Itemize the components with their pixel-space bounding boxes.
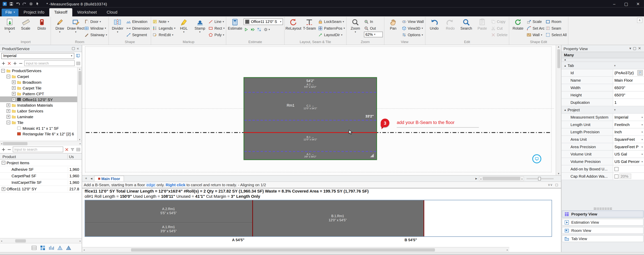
add-product-icon[interactable]: [1, 61, 6, 65]
menu-tab-cloud[interactable]: Cloud: [102, 8, 122, 16]
item-search-input[interactable]: [13, 147, 63, 152]
save-icon[interactable]: [9, 1, 14, 6]
detail-button[interactable]: [638, 70, 643, 75]
redo-button[interactable]: Redo: [443, 17, 458, 30]
menu-tab-takeoff[interactable]: Takeoff: [49, 8, 72, 16]
id-value[interactable]: {PeAo37jz}: [613, 69, 644, 76]
clear-search-icon[interactable]: [64, 147, 69, 152]
expand-node-icon[interactable]: +: [6, 115, 10, 118]
disto-button[interactable]: Disto: [34, 17, 49, 30]
window-button[interactable]: Window▾: [84, 25, 107, 31]
dropdown-caret-icon[interactable]: ▾: [642, 145, 643, 148]
add-on-by-boxed-u-value[interactable]: [613, 165, 644, 172]
menu-tab-project-info[interactable]: Project Info: [19, 8, 49, 16]
scale-button[interactable]: Scale: [526, 18, 544, 25]
view3d-button[interactable]: View3D▾: [402, 25, 424, 31]
group-collapse-icon[interactable]: ▲: [561, 108, 568, 111]
panel-splitter-handle[interactable]: [561, 207, 644, 211]
add-on-by-boxed-u-checkbox[interactable]: [614, 167, 618, 171]
expand-node-icon[interactable]: +: [6, 109, 10, 113]
undo-quick-icon[interactable]: [16, 1, 20, 6]
stairway-button[interactable]: Stairway▾: [84, 32, 107, 38]
dropdown-caret-icon[interactable]: ▾: [642, 160, 643, 163]
collapse-node-icon[interactable]: −: [1, 69, 5, 72]
canvas-hscrollbar[interactable]: ◂▸: [479, 176, 524, 181]
area-precision-value[interactable]: SquareFeet P▾: [613, 143, 644, 150]
roll-piece-a1[interactable]: A.1.Rm1 3'9" x 54'5": [85, 223, 252, 236]
volume-unit-value[interactable]: US Gal▾: [613, 151, 644, 158]
file-menu-button[interactable]: File ▾: [2, 8, 19, 16]
view-tab-room-view[interactable]: Room View: [562, 227, 644, 234]
scale-button[interactable]: Scale: [18, 17, 33, 30]
area-unit-value[interactable]: SquareFeet▾: [613, 136, 644, 143]
close-button[interactable]: ✕: [632, 0, 644, 7]
pyramid-view-icon[interactable]: [57, 245, 63, 251]
pointer-icon[interactable]: [35, 1, 40, 6]
filter-icon[interactable]: [70, 147, 74, 152]
add-sheet-button[interactable]: +: [84, 177, 89, 181]
roll-piece-b1[interactable]: B.1.Rm1 12'0" x 54'5": [252, 200, 423, 236]
line-button[interactable]: Line▾: [208, 18, 224, 25]
app-icon[interactable]: [2, 1, 7, 6]
collapse-node-icon[interactable]: −: [6, 120, 10, 124]
dropdown-caret-icon[interactable]: ▾: [642, 138, 643, 141]
add-item-icon[interactable]: [1, 147, 6, 152]
gear-button[interactable]: ▾: [263, 27, 270, 32]
support-chat-icon[interactable]: [532, 154, 541, 163]
table-row-office11-12-0-sy[interactable]: +Office11 12'0" SY217.8: [0, 186, 82, 192]
duplication-value[interactable]: 1: [613, 99, 644, 106]
layoutdir-button[interactable]: LayoutDir▾: [318, 32, 345, 38]
collapse-node-icon[interactable]: −: [2, 161, 6, 165]
chevron-down-icon[interactable]: ▾: [628, 46, 632, 50]
tree-item-laminate[interactable]: +Laminate: [0, 114, 77, 119]
door-button[interactable]: Door▾: [84, 18, 107, 25]
tree-item-labor-services[interactable]: +Labor Services: [0, 108, 77, 114]
cap-roll-addon-wa-value[interactable]: 20%: [613, 173, 644, 180]
length-precision-value[interactable]: Inch▾: [613, 128, 644, 135]
zoom-button[interactable]: Zoom▾: [348, 17, 363, 33]
product-search-input[interactable]: [24, 60, 75, 66]
collapse-panel-icon[interactable]: «: [76, 46, 80, 50]
menu-tab-worksheet[interactable]: Worksheet: [72, 8, 102, 16]
sheet-list-icon[interactable]: [31, 245, 37, 251]
patternpos-button[interactable]: PatternPos▾: [318, 25, 345, 31]
expand-panel-icon[interactable]: ▢: [554, 183, 560, 187]
divider-button[interactable]: Divider▾: [110, 17, 125, 33]
elevation-button[interactable]: Elevation: [126, 18, 150, 25]
select-all-button[interactable]: Select All: [545, 32, 567, 38]
dropdown-caret-icon[interactable]: ▾: [642, 116, 643, 119]
seam-line[interactable]: [244, 151, 376, 152]
tree-item-office11-12-0-sy[interactable]: +Office11 12'0" SY: [0, 96, 77, 102]
search-button[interactable]: Search: [458, 17, 474, 30]
legends-button[interactable]: Legends▾: [152, 25, 175, 31]
import-button[interactable]: Import▾: [2, 17, 17, 33]
draw-button[interactable]: Draw▾: [52, 17, 67, 33]
float-panel-icon[interactable]: ▢: [632, 46, 637, 50]
expand-node-icon[interactable]: +: [2, 187, 6, 191]
relayout-button[interactable]: ReLayout: [286, 17, 301, 30]
height-value[interactable]: 650'0": [613, 91, 644, 98]
view-tab-tab-view[interactable]: Tab View: [562, 235, 644, 242]
expand-node-icon[interactable]: +: [12, 86, 16, 90]
hgl-button[interactable]: HGL▾: [176, 17, 192, 33]
seam-line[interactable]: [244, 120, 376, 121]
tree-item-broadloom[interactable]: +Broadloom: [0, 79, 77, 85]
splitter-slider[interactable]: [526, 178, 554, 179]
draw-rect-button[interactable]: Draw Rect▾: [68, 17, 83, 33]
table-row-instcarpettile-sf[interactable]: InstCarpetTile SF1,960: [0, 179, 82, 186]
cut-button[interactable]: Cut: [491, 25, 508, 31]
sheet-nav-right-icon[interactable]: ▸: [474, 177, 479, 181]
tree-scrollbar[interactable]: ▴▾: [77, 67, 82, 141]
redo-quick-icon[interactable]: [22, 1, 27, 6]
b-seam-line[interactable]: [244, 132, 377, 133]
copy-button[interactable]: Copy: [491, 18, 508, 25]
tree-hscrollbar[interactable]: ◂▸: [0, 141, 82, 146]
zoom-level-combo[interactable]: 62%▾: [364, 32, 383, 37]
expand-node-icon[interactable]: +: [6, 103, 10, 107]
room-rm1[interactable]: 54'2" A.2 5'5" x 54'2" Rm1 C.1 12'0" x 5…: [244, 77, 377, 160]
note-button[interactable]: Note▾: [152, 18, 175, 25]
tree-item-mosaic-1-1-x-1-sf[interactable]: Mosaic #1 1" x 1" SF: [0, 125, 77, 131]
drawing-canvas[interactable]: 54'2" A.2 5'5" x 54'2" Rm1 C.1 12'0" x 5…: [82, 45, 561, 175]
expand-node-icon[interactable]: +: [12, 92, 16, 95]
view-tab-estimation-view[interactable]: Estimation View: [562, 219, 644, 226]
